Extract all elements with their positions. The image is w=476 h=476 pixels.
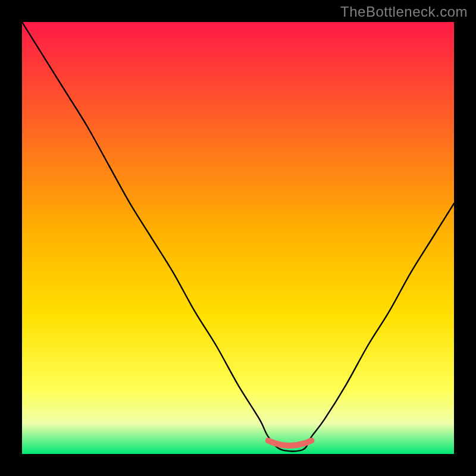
watermark-text: TheBottleneck.com <box>340 4 468 20</box>
gradient-background <box>22 22 454 454</box>
plot-area <box>22 22 454 454</box>
chart-svg <box>22 22 454 454</box>
chart-frame: TheBottleneck.com <box>0 0 476 476</box>
